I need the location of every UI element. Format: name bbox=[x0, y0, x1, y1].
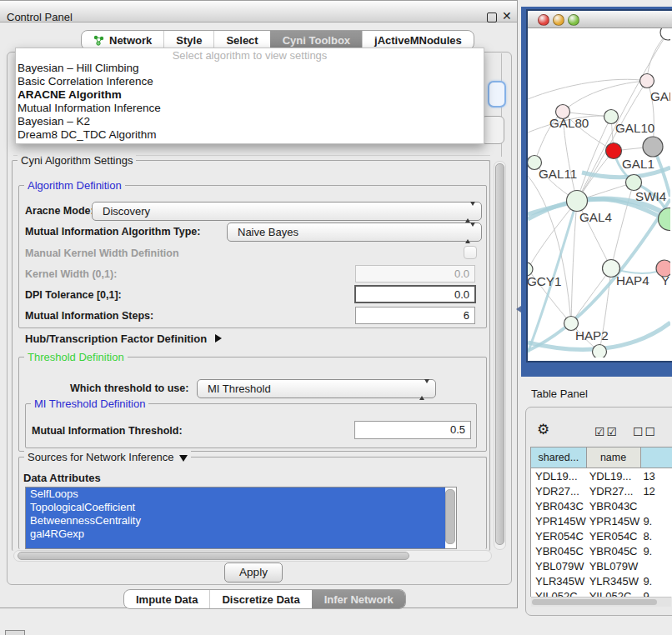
tab-impute-data[interactable]: Impute Data bbox=[124, 590, 209, 608]
close-traffic-icon[interactable] bbox=[538, 14, 549, 26]
algorithm-option[interactable]: Dream8 DC_TDC Algorithm bbox=[16, 128, 484, 142]
collapsed-panel-button[interactable] bbox=[5, 630, 25, 635]
table-cell: YBL079W bbox=[531, 560, 587, 572]
table-cell: 9. bbox=[640, 575, 672, 588]
button-fragment[interactable] bbox=[481, 116, 504, 144]
network-node[interactable] bbox=[593, 345, 607, 358]
hub-definition-toggle[interactable]: Hub/Transcription Factor Definition bbox=[25, 332, 222, 345]
algorithm-option[interactable]: Bayesian – K2 bbox=[16, 115, 484, 128]
column-header[interactable]: name bbox=[587, 448, 641, 468]
unchecked-boxes-icon[interactable]: ☐☐ bbox=[633, 425, 657, 438]
list-scrollbar-thumb[interactable] bbox=[445, 489, 455, 544]
network-node-gal1[interactable] bbox=[606, 143, 622, 159]
tab-style[interactable]: Style bbox=[163, 31, 213, 49]
network-node[interactable] bbox=[643, 137, 663, 157]
checked-boxes-icon[interactable]: ☑☑ bbox=[594, 425, 619, 438]
table-horizontal-scrollbar[interactable] bbox=[531, 597, 671, 607]
network-node[interactable] bbox=[660, 28, 670, 40]
table-cell: 9. bbox=[640, 515, 672, 528]
dropdown-placeholder: Select algorithm to view settings bbox=[16, 48, 484, 62]
table-cell: YPR145W bbox=[531, 515, 587, 528]
minimize-traffic-icon[interactable] bbox=[553, 14, 564, 26]
up-down-arrows-icon bbox=[465, 227, 475, 239]
triangle-right-icon[interactable] bbox=[215, 334, 222, 342]
attribute-item[interactable]: BetweennessCentrality bbox=[26, 514, 445, 528]
table-row[interactable]: YLR345WYLR345W9. bbox=[531, 573, 672, 588]
node-label: HAP2 bbox=[575, 328, 609, 342]
selected-row-partial bbox=[26, 541, 445, 549]
manual-kernel-label: Manual Kernel Width Definition bbox=[25, 248, 179, 259]
node-label: SWI4 bbox=[635, 189, 666, 203]
tab-cyni-toolbox[interactable]: Cyni Toolbox bbox=[270, 31, 362, 49]
table-cell: YLR345W bbox=[531, 575, 587, 588]
network-canvas[interactable]: GALGAL80GAL10GAL1GAL11SWI4GAL4GCY1HAP4YH… bbox=[528, 28, 670, 358]
table-row[interactable]: YPR145WYPR145W9. bbox=[531, 513, 672, 528]
tab-jactivemnodules[interactable]: jActiveMNodules bbox=[362, 31, 474, 49]
attribute-item[interactable]: TopologicalCoefficient bbox=[26, 501, 445, 514]
table-cell: YIL052C bbox=[531, 590, 587, 598]
tab-label: Style bbox=[176, 34, 202, 47]
node-label: GAL4 bbox=[579, 210, 612, 224]
table-row[interactable]: YIL052CYIL052C9. bbox=[531, 588, 672, 597]
algorithm-option[interactable]: Basic Correlation Inference bbox=[16, 75, 484, 88]
tab-infer-network[interactable]: Infer Network bbox=[312, 590, 405, 608]
table-row[interactable]: YER054CYER054C8. bbox=[531, 528, 672, 543]
float-window-icon[interactable] bbox=[487, 12, 497, 22]
tab-network[interactable]: Network bbox=[82, 31, 163, 49]
table-row[interactable]: YBR043CYBR043C bbox=[531, 498, 672, 513]
algorithm-option[interactable]: Bayesian – Hill Climbing bbox=[16, 62, 484, 75]
zoom-traffic-icon[interactable] bbox=[568, 14, 579, 26]
table-cell: YLR345W bbox=[587, 575, 641, 588]
horizontal-scrollbar[interactable] bbox=[13, 550, 492, 562]
network-node-gal4[interactable] bbox=[567, 191, 588, 212]
table-row[interactable]: YDR27...YDR27...12 bbox=[531, 483, 672, 498]
column-header[interactable]: shared... bbox=[531, 448, 587, 468]
tab-label: Cyni Toolbox bbox=[283, 34, 350, 47]
node-table[interactable]: shared...name YDL19...YDL19...13YDR27...… bbox=[530, 447, 672, 597]
table-row[interactable]: YBR045CYBR045C9. bbox=[531, 543, 672, 558]
kernel-width-input[interactable]: 0.0 bbox=[355, 265, 475, 282]
mi-type-select[interactable]: Naive Bayes bbox=[227, 222, 482, 242]
tab-discretize-data[interactable]: Discretize Data bbox=[209, 590, 311, 608]
gear-icon[interactable]: ⚙ bbox=[537, 421, 549, 438]
splitter-collapse-icon[interactable] bbox=[516, 306, 521, 312]
triangle-down-icon[interactable] bbox=[179, 455, 188, 462]
close-icon[interactable]: ✕ bbox=[502, 9, 512, 22]
scrollbar-thumb[interactable] bbox=[532, 599, 657, 605]
scrollbar-thumb[interactable] bbox=[18, 552, 409, 560]
manual-kernel-checkbox[interactable] bbox=[464, 246, 477, 259]
aracne-mode-select[interactable]: Discovery bbox=[92, 202, 482, 221]
attribute-item[interactable]: gal4RGexp bbox=[26, 528, 445, 541]
data-attributes-list[interactable]: SelfLoopsTopologicalCoefficientBetweenne… bbox=[25, 487, 457, 549]
attribute-item[interactable]: SelfLoops bbox=[26, 488, 445, 501]
aracne-mode-value: Discovery bbox=[103, 205, 150, 218]
scrollbar-thumb[interactable] bbox=[495, 163, 504, 545]
apply-button[interactable]: Apply bbox=[224, 562, 283, 582]
network-node[interactable] bbox=[626, 175, 642, 191]
network-node-gal[interactable] bbox=[640, 74, 654, 88]
table-row[interactable]: YDL19...YDL19...13 bbox=[531, 468, 672, 483]
mi-type-label: Mutual Information Algorithm Type: bbox=[25, 226, 200, 238]
tab-select[interactable]: Select bbox=[213, 31, 269, 49]
dpi-tolerance-label: DPI Tolerance [0,1]: bbox=[25, 289, 122, 301]
column-header[interactable] bbox=[641, 448, 672, 468]
table-cell: 9. bbox=[640, 590, 672, 598]
table-cell: 8. bbox=[640, 530, 672, 542]
bottom-tabbar: Impute DataDiscretize DataInfer Network bbox=[123, 589, 406, 609]
data-attributes-label: Data Attributes bbox=[23, 472, 101, 484]
table-row[interactable]: YBL079WYBL079W bbox=[531, 558, 672, 573]
table-cell: YBR043C bbox=[587, 500, 641, 512]
vertical-scrollbar[interactable] bbox=[494, 161, 506, 550]
algorithm-option[interactable]: ARACNE Algorithm bbox=[16, 88, 484, 102]
dpi-tolerance-input[interactable]: 0.0 bbox=[354, 285, 476, 303]
mi-steps-input[interactable]: 6 bbox=[355, 307, 475, 324]
which-threshold-value: MI Threshold bbox=[208, 382, 271, 395]
control-panel-title: Control Panel bbox=[7, 11, 73, 23]
node-label: Y bbox=[661, 273, 669, 288]
mi-threshold-label: Mutual Information Threshold: bbox=[32, 425, 183, 437]
mi-threshold-input[interactable]: 0.5 bbox=[354, 421, 471, 439]
which-threshold-select[interactable]: MI Threshold bbox=[197, 379, 436, 398]
focused-button-fragment[interactable] bbox=[488, 81, 506, 108]
algorithm-option[interactable]: Mutual Information Inference bbox=[16, 102, 484, 115]
sources-toggle[interactable]: Sources for Network Inference bbox=[24, 451, 191, 463]
